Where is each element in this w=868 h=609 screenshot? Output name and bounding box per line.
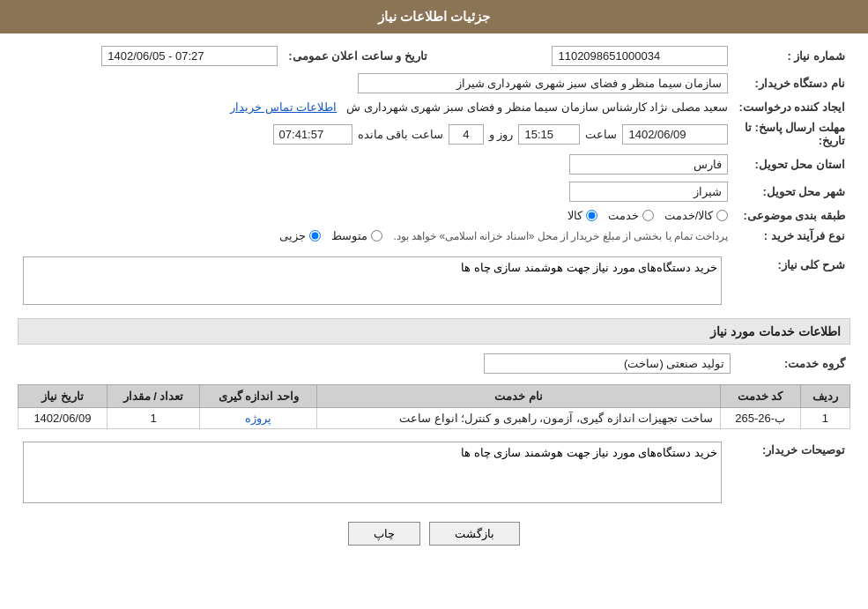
- row-grooh: گروه خدمت: تولید صنعتی (ساخت): [18, 350, 850, 377]
- table-header-row: ردیف کد خدمت نام خدمت واحد اندازه گیری ت…: [19, 385, 850, 408]
- col-unit: واحد اندازه گیری: [200, 385, 317, 408]
- nam-dastgah-label: نام دستگاه خریدار:: [733, 70, 850, 97]
- radio-kala-khadamat[interactable]: [716, 210, 728, 221]
- shahr-label: شهر محل تحویل:: [733, 178, 850, 205]
- row-shomara: شماره نیاز : 1102098651000034 تاریخ و سا…: [18, 42, 850, 70]
- shomara-label: شماره نیاز :: [733, 42, 850, 70]
- radio-kala-khadamat-item: کالا/خدمت: [664, 209, 729, 222]
- shomara-value: 1102098651000034: [468, 42, 733, 70]
- mohlat-value: 1402/06/09 ساعت 15:15 روز و 4 ساعت باقی …: [18, 117, 733, 151]
- table-row: 1ب-26-265ساخت تجهیزات اندازه گیری، آزمون…: [19, 408, 850, 429]
- radio-khadamat[interactable]: [642, 210, 654, 221]
- radio-kala[interactable]: [586, 210, 597, 221]
- saat-input: 15:15: [518, 124, 580, 145]
- ijad-value: سعید مصلی نژاد کارشناس سازمان سیما منظر …: [18, 97, 733, 117]
- row-tabaghebandi: طبقه بندی موضوعی: کالا/خدمت خدمت: [18, 205, 850, 226]
- radio-kala-label: کالا: [568, 209, 582, 222]
- col-name: نام خدمت: [317, 385, 721, 408]
- roz-input: 4: [449, 124, 484, 145]
- sharh-textarea[interactable]: [23, 256, 722, 305]
- row-mohlat: مهلت ارسال پاسخ: تا تاریخ: 1402/06/09 سا…: [18, 117, 850, 151]
- radio-motavasset-item: متوسط: [331, 229, 382, 242]
- farayand-value: پرداخت تمام یا بخشی از مبلغ خریدار از مح…: [18, 226, 733, 246]
- radio-khadamat-label: خدمت: [608, 209, 639, 222]
- sharh-value-cell: [18, 253, 727, 311]
- tabaghebandi-value: کالا/خدمت خدمت کالا: [18, 205, 733, 226]
- mohlat-label: مهلت ارسال پاسخ: تا تاریخ:: [733, 117, 850, 151]
- tabaghebandi-label: طبقه بندی موضوعی:: [733, 205, 850, 226]
- info-table: شماره نیاز : 1102098651000034 تاریخ و سا…: [18, 42, 850, 246]
- radio-motavasset-label: متوسط: [331, 229, 367, 242]
- mohlat-row: 1402/06/09 ساعت 15:15 روز و 4 ساعت باقی …: [23, 124, 728, 145]
- farayand-label: نوع فرآیند خرید :: [733, 226, 850, 246]
- radio-kala-item: کالا: [568, 209, 597, 222]
- row-shahr: شهر محل تحویل: شیراز: [18, 178, 850, 205]
- col-tarikh: تاریخ نیاز: [19, 385, 108, 408]
- remaining-label: ساعت باقی مانده: [358, 128, 443, 141]
- ostan-value: فارس: [18, 151, 733, 178]
- remaining-input: 07:41:57: [273, 124, 352, 145]
- col-tedad: تعداد / مقدار: [107, 385, 199, 408]
- ostan-input: فارس: [569, 154, 728, 175]
- nam-dastgah-value: سازمان سیما منظر و فضای سبز شهری شهرداری…: [18, 70, 733, 97]
- radio-motavasset[interactable]: [371, 230, 382, 241]
- aetlaat-khadamat-header: اطلاعات خدمات مورد نیاز: [18, 318, 850, 345]
- radio-kala-khadamat-label: کالا/خدمت: [664, 209, 714, 222]
- saat-label: ساعت: [585, 128, 617, 141]
- grooh-label: گروه خدمت:: [736, 350, 850, 377]
- row-nam-dastgah: نام دستگاه خریدار: سازمان سیما منظر و فض…: [18, 70, 850, 97]
- service-table: ردیف کد خدمت نام خدمت واحد اندازه گیری ت…: [18, 384, 850, 429]
- radio-group-tabaghebandi: کالا/خدمت خدمت کالا: [23, 209, 728, 222]
- grooh-input: تولید صنعتی (ساخت): [484, 353, 731, 374]
- tarikh-input: 1402/06/09: [622, 124, 728, 145]
- back-button[interactable]: بازگشت: [429, 522, 520, 546]
- print-button[interactable]: چاپ: [348, 522, 420, 546]
- sharh-table: شرح کلی نیاز:: [18, 253, 850, 311]
- ijad-text: سعید مصلی نژاد کارشناس سازمان سیما منظر …: [346, 100, 728, 114]
- tarikh-elan-label: تاریخ و ساعت اعلان عمومی:: [283, 42, 433, 70]
- tosihaat-table: توصیحات خریدار:: [18, 438, 850, 509]
- service-table-body: 1ب-26-265ساخت تجهیزات اندازه گیری، آزمون…: [19, 408, 850, 429]
- farayand-note: پرداخت تمام یا بخشی از مبلغ خریدار از مح…: [393, 230, 728, 242]
- page-header: جزئیات اطلاعات نیاز: [0, 0, 868, 33]
- ijad-label: ایجاد کننده درخواست:: [733, 97, 850, 117]
- service-table-head: ردیف کد خدمت نام خدمت واحد اندازه گیری ت…: [19, 385, 850, 408]
- tosihaat-textarea[interactable]: [23, 442, 722, 503]
- row-tosihaat: توصیحات خریدار:: [18, 438, 850, 509]
- contact-link[interactable]: اطلاعات تماس خریدار: [230, 100, 337, 114]
- page-title: جزئیات اطلاعات نیاز: [378, 9, 490, 24]
- radio-jazei-item: جزیی: [279, 229, 321, 242]
- grooh-table: گروه خدمت: تولید صنعتی (ساخت): [18, 350, 850, 377]
- radio-khadamat-item: خدمت: [608, 209, 654, 222]
- ostan-label: استان محل تحویل:: [733, 151, 850, 178]
- shahr-input: شیراز: [569, 182, 728, 202]
- nam-dastgah-input: سازمان سیما منظر و فضای سبز شهری شهرداری…: [358, 73, 728, 93]
- shomara-input: 1102098651000034: [552, 46, 728, 66]
- col-radif: ردیف: [800, 385, 850, 408]
- page-wrapper: جزئیات اطلاعات نیاز شماره نیاز : 1102098…: [0, 0, 868, 609]
- shahr-value: شیراز: [18, 178, 733, 205]
- radio-jazei-label: جزیی: [279, 229, 306, 242]
- tarikh-elan-input: 1402/06/05 - 07:27: [101, 46, 278, 66]
- main-content: شماره نیاز : 1102098651000034 تاریخ و سا…: [0, 33, 868, 554]
- grooh-value: تولید صنعتی (ساخت): [18, 350, 736, 377]
- row-sharh: شرح کلی نیاز:: [18, 253, 850, 311]
- radio-group-farayand: پرداخت تمام یا بخشی از مبلغ خریدار از مح…: [23, 229, 728, 242]
- roz-label: روز و: [489, 128, 514, 141]
- row-farayand: نوع فرآیند خرید : پرداخت تمام یا بخشی از…: [18, 226, 850, 246]
- tosihaat-value-cell: [18, 438, 727, 509]
- radio-jazei[interactable]: [309, 230, 321, 241]
- button-row: بازگشت چاپ: [18, 522, 850, 546]
- col-code: کد خدمت: [720, 385, 800, 408]
- sharh-label: شرح کلی نیاز:: [727, 253, 850, 311]
- row-ijad: ایجاد کننده درخواست: سعید مصلی نژاد کارش…: [18, 97, 850, 117]
- tarikh-elan-value: 1402/06/05 - 07:27: [18, 42, 283, 70]
- tosihaat-label: توصیحات خریدار:: [727, 438, 850, 509]
- row-ostan: استان محل تحویل: فارس: [18, 151, 850, 178]
